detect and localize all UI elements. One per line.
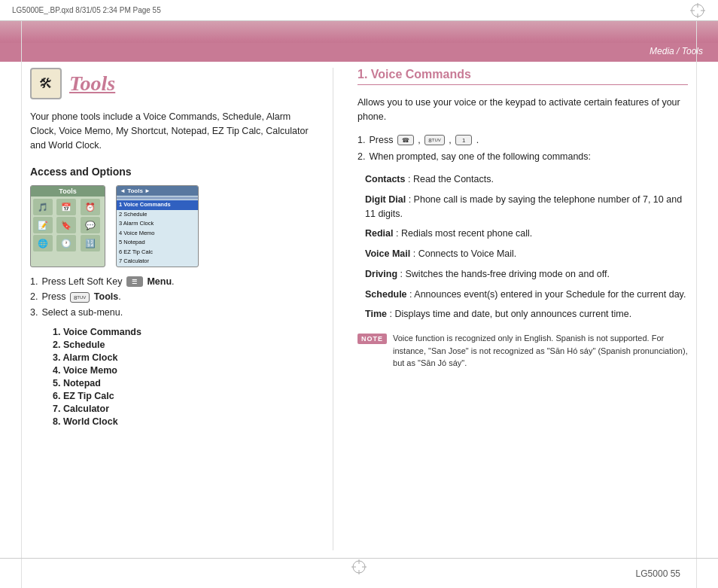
icon-cell: 📝 bbox=[33, 217, 53, 233]
section-title-bar: Media / Tools bbox=[0, 43, 718, 59]
vc-step-2: 2. When prompted, say one of the followi… bbox=[357, 151, 688, 162]
main-content: 🛠 Tools Your phone tools include a Voice… bbox=[30, 68, 688, 550]
vc-command-digit-dial: Digit Dial : Phone call is made by sayin… bbox=[365, 193, 688, 221]
phone-screen-2-header: ◄ Tools ► bbox=[117, 186, 198, 196]
page-header-text: LG5000E_.BP.qxd 8/31/05 2:34 PM Page 55 bbox=[12, 6, 689, 14]
submenu-item: 7. Calculator bbox=[53, 404, 309, 414]
icon-cell: ⏰ bbox=[81, 199, 100, 215]
note-box: NOTE Voice function is recognized only i… bbox=[357, 332, 688, 370]
icon-cell: 🕐 bbox=[56, 235, 76, 251]
section-title: Media / Tools bbox=[650, 46, 703, 56]
icon-cell: 🔖 bbox=[56, 217, 76, 233]
phone-screen-1-body: 🎵 📅 ⏰ 📝 🔖 💬 🌐 🕐 🔢 bbox=[31, 197, 105, 255]
menu-item-calculator: 7 Calculator bbox=[117, 257, 198, 267]
menu-item-schedule: 2 Schedule bbox=[117, 210, 198, 220]
icon-cell: 🌐 bbox=[33, 235, 53, 251]
vc-command-driving: Driving : Switches the hands-free drivin… bbox=[365, 267, 688, 282]
phone-screen-1: Tools 🎵 📅 ⏰ 📝 🔖 💬 🌐 🕐 🔢 bbox=[30, 185, 105, 267]
phone-screens: Tools 🎵 📅 ⏰ 📝 🔖 💬 🌐 🕐 🔢 bbox=[30, 185, 309, 267]
submenu-item: 5. Notepad bbox=[53, 378, 309, 388]
accent-line bbox=[0, 59, 718, 62]
submenu-item: 3. Alarm Clock bbox=[53, 352, 309, 363]
step-3: 3. Select a sub-menu. bbox=[30, 307, 309, 318]
note-text: Voice function is recognized only in Eng… bbox=[393, 332, 688, 370]
crosshair-bottom bbox=[351, 559, 367, 577]
vc-intro: Allows you to use your voice or the keyp… bbox=[357, 96, 688, 124]
page-header: LG5000E_.BP.qxd 8/31/05 2:34 PM Page 55 bbox=[0, 0, 718, 21]
icon-grid: 🎵 📅 ⏰ 📝 🔖 💬 🌐 🕐 🔢 bbox=[33, 199, 102, 251]
soft-key-icon: ☰ bbox=[126, 276, 143, 287]
access-options-title: Access and Options bbox=[30, 166, 309, 178]
menu-item-ez-tip-calc: 6 EZ Tip Calc bbox=[117, 248, 198, 257]
tools-icon: 🛠 bbox=[30, 68, 62, 99]
submenu-item: 2. Schedule bbox=[53, 340, 309, 350]
vc-command-schedule: Schedule : Announces event(s) entered in… bbox=[365, 288, 688, 302]
footer-text: LG5000 55 bbox=[636, 568, 680, 579]
voice-commands-title: 1. Voice Commands bbox=[357, 68, 688, 85]
step-1: 1. Press Left Soft Key ☰ Menu. bbox=[30, 276, 309, 288]
crosshair-top-icon bbox=[689, 2, 706, 19]
icon-cell: 💬 bbox=[81, 217, 100, 233]
icon-cell: 📅 bbox=[56, 199, 76, 215]
icon-cell: 🎵 bbox=[33, 199, 53, 215]
submenu-item: 1. Voice Commands bbox=[53, 327, 309, 337]
menu-item-voice-commands: 1 Voice Commands bbox=[117, 200, 198, 210]
menu-item-voice-memo: 4 Voice Memo bbox=[117, 229, 198, 239]
access-options-section: Access and Options Tools 🎵 📅 ⏰ 📝 🔖 💬 bbox=[30, 166, 309, 427]
right-margin bbox=[696, 21, 697, 588]
vc-step-1: 1. Press ☎ , 8TUV , 1 . bbox=[357, 135, 688, 146]
menu-item-alarm-clock: 3 Alarm Clock bbox=[117, 219, 198, 229]
intro-text: Your phone tools include a Voice Command… bbox=[30, 110, 309, 152]
phone-icon-btn: ☎ bbox=[397, 135, 414, 145]
left-margin bbox=[21, 21, 22, 588]
submenu-list: 1. Voice Commands 2. Schedule 3. Alarm C… bbox=[30, 327, 309, 427]
note-label: NOTE bbox=[357, 334, 387, 344]
right-column: 1. Voice Commands Allows you to use your… bbox=[357, 68, 688, 550]
vc-commands: Contacts : Read the Contacts. Digit Dial… bbox=[365, 172, 688, 321]
tools-heading: Tools bbox=[69, 72, 115, 96]
8tuv-button-icon: 8TUV bbox=[70, 292, 90, 303]
menu-item-notepad: 5 Notepad bbox=[117, 238, 198, 248]
vc-command-time: Time : Displays time and date, but only … bbox=[365, 307, 688, 321]
left-column: 🛠 Tools Your phone tools include a Voice… bbox=[30, 68, 309, 550]
phone-screen-2: ◄ Tools ► 1 Voice Commands 2 Schedule 3 … bbox=[116, 185, 199, 267]
submenu-item: 6. EZ Tip Calc bbox=[53, 391, 309, 401]
progress-bar bbox=[117, 197, 198, 200]
crosshair-bottom-icon bbox=[351, 559, 367, 575]
vc-command-voice-mail: Voice Mail : Connects to Voice Mail. bbox=[365, 247, 688, 261]
icon-cell: 🔢 bbox=[81, 235, 100, 251]
tools-title-row: 🛠 Tools bbox=[30, 68, 309, 99]
vc-command-contacts: Contacts : Read the Contacts. bbox=[365, 172, 688, 187]
column-divider bbox=[333, 68, 333, 550]
vc-command-redial: Redial : Redials most recent phone call. bbox=[365, 227, 688, 241]
submenu-item: 8. World Clock bbox=[53, 416, 309, 427]
1-icon-btn: 1 bbox=[455, 135, 472, 145]
submenu-item: 4. Voice Memo bbox=[53, 365, 309, 376]
8tuv-icon-btn: 8TUV bbox=[424, 135, 444, 145]
steps-list: 1. Press Left Soft Key ☰ Menu. 2. Press … bbox=[30, 276, 309, 318]
step-2: 2. Press 8TUV Tools. bbox=[30, 291, 309, 303]
vc-steps: 1. Press ☎ , 8TUV , 1 . 2. When prompted… bbox=[357, 135, 688, 163]
phone-screen-1-header: Tools bbox=[31, 186, 105, 197]
